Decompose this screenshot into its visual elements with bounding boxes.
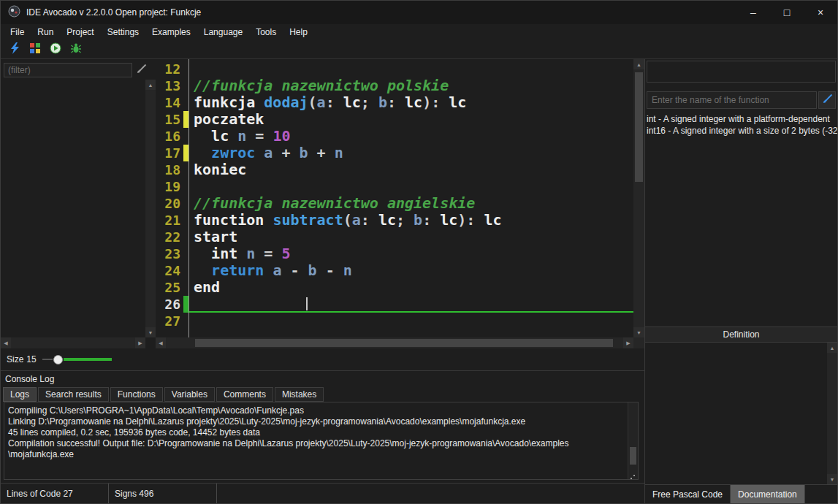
scroll-up-icon[interactable]: ▲	[145, 80, 156, 90]
window-controls: – □ ×	[736, 1, 837, 24]
tab-variables[interactable]: Variables	[164, 387, 215, 402]
tab-mistakes[interactable]: Mistakes	[275, 387, 324, 402]
code-token: end	[194, 278, 220, 296]
function-search-button[interactable]	[818, 91, 836, 109]
scroll-up-icon[interactable]: ▲	[827, 343, 837, 353]
tab-documentation[interactable]: Documentation	[731, 485, 805, 503]
minimize-button[interactable]: –	[736, 1, 770, 24]
maximize-button[interactable]: □	[770, 1, 804, 24]
code-line-22[interactable]: start	[189, 229, 633, 245]
code-token	[264, 261, 273, 279]
code-line-17[interactable]: zwroc a + b + n	[189, 145, 633, 161]
editor-horizontal-scrollbar[interactable]: ◀ ▶	[156, 337, 644, 348]
scrollbar-thumb[interactable]	[635, 72, 643, 182]
debug-button[interactable]	[69, 43, 83, 56]
scrollbar-track[interactable]	[166, 337, 623, 348]
definition-header: Definition	[645, 327, 837, 343]
menu-item-language[interactable]: Language	[197, 25, 249, 39]
compile-button[interactable]	[8, 43, 21, 56]
gutter-row: 13	[156, 77, 188, 94]
scrollbar-thumb[interactable]	[195, 339, 613, 347]
menu-item-run[interactable]: Run	[31, 25, 60, 39]
scrollbar-track[interactable]	[633, 69, 644, 327]
resize-grip-icon[interactable]	[633, 475, 635, 476]
scroll-down-icon[interactable]: ▼	[145, 327, 156, 337]
font-size-slider[interactable]	[42, 355, 112, 364]
code-token: funkcja	[194, 93, 264, 111]
tab-free-pascal-code[interactable]: Free Pascal Code	[645, 485, 731, 503]
close-button[interactable]: ×	[804, 1, 837, 24]
window-title: IDE Avocado v 2.2.0.0 Open project: Funk…	[26, 7, 201, 18]
definition-scrollbar[interactable]: ▲ ▼	[827, 343, 837, 484]
tab-functions[interactable]: Functions	[110, 387, 163, 402]
code-line-26[interactable]	[189, 296, 633, 313]
code-line-16[interactable]: lc n = 10	[189, 128, 633, 145]
editor-code[interactable]: //funkcja nazewnictwo polskiefunkcja dod…	[189, 59, 633, 337]
code-token: a	[317, 93, 326, 111]
status-bar: Lines of Code 27Signs 496	[1, 483, 644, 503]
function-result-item[interactable]: int - A signed integer with a platform-d…	[647, 113, 837, 125]
code-line-24[interactable]: return a - b - n	[189, 262, 633, 279]
log-vertical-scrollbar[interactable]	[628, 402, 638, 479]
code-token: :	[361, 211, 378, 229]
scroll-right-icon[interactable]: ▶	[623, 337, 633, 348]
code-line-13[interactable]: //funkcja nazewnictwo polskie	[189, 77, 633, 94]
run-play-icon	[50, 42, 61, 56]
menu-item-file[interactable]: File	[4, 25, 31, 39]
scrollbar-thumb[interactable]	[630, 447, 636, 465]
scroll-left-icon[interactable]: ◀	[156, 337, 166, 348]
left-vertical-scrollbar[interactable]: ▲ ▼	[145, 80, 156, 337]
code-line-27[interactable]	[189, 313, 633, 329]
menu-item-help[interactable]: Help	[283, 25, 314, 39]
code-line-12[interactable]	[189, 61, 633, 77]
run-button[interactable]	[49, 43, 62, 56]
code-token: (	[343, 211, 352, 229]
editor-vertical-scrollbar[interactable]: ▲ ▼	[633, 59, 644, 337]
menu-item-project[interactable]: Project	[60, 25, 100, 39]
scroll-right-icon[interactable]: ▶	[135, 337, 145, 348]
tab-comments[interactable]: Comments	[216, 387, 273, 402]
code-token: b	[308, 261, 317, 279]
code-line-19[interactable]	[189, 178, 633, 195]
scroll-down-icon[interactable]: ▼	[633, 327, 644, 337]
code-token: b	[300, 144, 308, 161]
debug-bug-icon	[70, 42, 82, 56]
tab-logs[interactable]: Logs	[3, 387, 37, 402]
main-content: ▲ ▼ ◀ ▶ 12131415161718192021222324252627	[1, 59, 837, 503]
code-line-18[interactable]: koniec	[189, 161, 633, 178]
tab-search-results[interactable]: Search results	[38, 387, 109, 402]
function-search-input[interactable]	[647, 91, 817, 109]
line-number: 18	[156, 161, 181, 178]
file-list[interactable]	[1, 80, 145, 337]
scroll-up-icon[interactable]: ▲	[633, 59, 644, 69]
line-number: 22	[156, 229, 181, 245]
filter-brush-icon[interactable]	[136, 64, 147, 77]
slider-track	[42, 359, 53, 360]
gutter-row: 24	[156, 262, 188, 279]
function-result-item[interactable]: int16 - A signed integer with a size of …	[647, 125, 837, 137]
code-line-23[interactable]: int n = 5	[189, 245, 633, 262]
left-horizontal-scrollbar[interactable]: ◀ ▶	[1, 337, 145, 348]
gutter-row: 25	[156, 279, 188, 296]
code-line-20[interactable]: //funkcja nazewnictwo angielskie	[189, 195, 633, 212]
scroll-left-icon[interactable]: ◀	[1, 337, 11, 348]
code-line-21[interactable]: function subtract(a: lc; b: lc): lc	[189, 212, 633, 229]
scroll-down-icon[interactable]: ▼	[827, 474, 837, 484]
filter-input[interactable]	[4, 63, 132, 77]
title-bar[interactable]: IDE Avocado v 2.2.0.0 Open project: Funk…	[1, 1, 837, 24]
colors-button[interactable]	[28, 43, 42, 56]
app-icon	[8, 5, 20, 20]
code-token: koniec	[194, 161, 246, 178]
scrollbar-track[interactable]	[145, 90, 156, 327]
menu-item-tools[interactable]: Tools	[249, 25, 283, 39]
code-line-25[interactable]: end	[189, 279, 633, 296]
scrollbar-track[interactable]	[827, 353, 837, 474]
code-line-14[interactable]: funkcja dodaj(a: lc; b: lc): lc	[189, 94, 633, 111]
menu-item-examples[interactable]: Examples	[145, 25, 197, 39]
code-line-15[interactable]: poczatek	[189, 111, 633, 128]
log-output[interactable]: Compiling C:\Users\PROGRA~1\AppData\Loca…	[4, 402, 639, 480]
menu-item-settings[interactable]: Settings	[101, 25, 145, 39]
gutter-row: 20	[156, 195, 188, 212]
scrollbar-track[interactable]	[11, 337, 135, 348]
slider-thumb[interactable]	[53, 355, 63, 364]
